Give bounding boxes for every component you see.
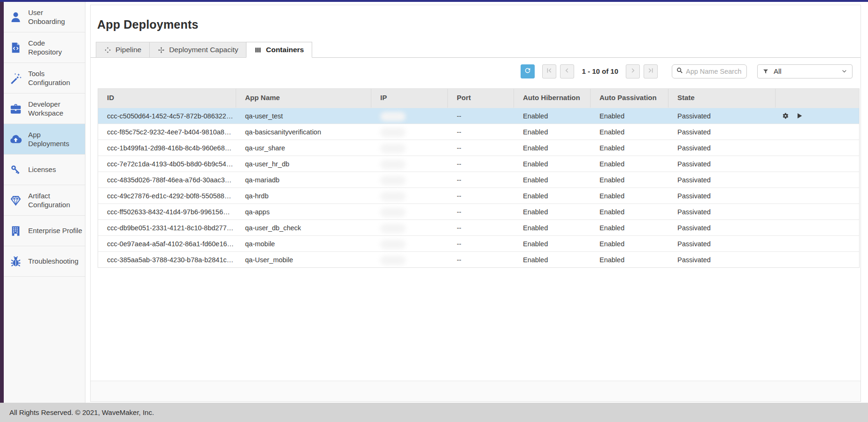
building-icon: [9, 224, 22, 237]
diamond-icon: [9, 194, 22, 207]
key-icon: [9, 163, 22, 176]
page-title: App Deployments: [97, 18, 860, 31]
first-page-icon: [545, 67, 553, 76]
sidebar-item-app-deployments[interactable]: App Deployments: [4, 124, 85, 155]
table-row[interactable]: ccc-385aa5ab-3788-4230-b78a-b2841c…qa-Us…: [98, 251, 859, 267]
sidebar-item-code-repository[interactable]: Code Repository: [4, 32, 85, 63]
cell-auto-hibernation: Enabled: [514, 108, 591, 124]
table-row[interactable]: ccc-c5050d64-1452-4c57-872b-086322…qa-us…: [98, 108, 859, 124]
cell-ip: [371, 220, 448, 235]
pipeline-icon: [104, 47, 111, 54]
cell-auto-passivation: Enabled: [591, 236, 668, 251]
cell-auto-passivation: Enabled: [591, 140, 668, 156]
sidebar-item-troubleshooting[interactable]: Troubleshooting: [4, 246, 85, 277]
cell-actions: [776, 236, 859, 251]
sidebar-item-artifact-configuration[interactable]: Artifact Configuration: [4, 185, 85, 216]
cell-app-name: qa-mariadb: [236, 172, 371, 188]
cell-port: --: [448, 156, 514, 172]
sidebar-item-enterprise-profile[interactable]: Enterprise Profile: [4, 216, 85, 246]
table-row[interactable]: ccc-1b499fa1-2d98-416b-8c4b-960e68…qa-us…: [98, 140, 859, 156]
cell-port: --: [448, 220, 514, 235]
cell-app-name: qa-basicsanityverification: [236, 124, 371, 140]
cell-ip: [371, 252, 448, 267]
sidebar-item-developer-workspace[interactable]: Developer Workspace: [4, 94, 85, 124]
table-row[interactable]: ccc-ff502633-8432-41d4-97b6-996156…qa-ap…: [98, 203, 859, 219]
column-header-ip: IP: [371, 89, 448, 108]
sidebar-item-label: Licenses: [28, 165, 56, 174]
sidebar-menu: User OnboardingCode RepositoryTools Conf…: [4, 2, 85, 403]
cell-state: Passivated: [668, 140, 776, 156]
sidebar-item-label: Troubleshooting: [28, 257, 78, 266]
cell-state: Passivated: [668, 236, 776, 251]
next-page-button[interactable]: [626, 64, 640, 78]
table-row[interactable]: ccc-7e72c1da-4193-4b05-b8d0-6b9c54…qa-us…: [98, 156, 859, 172]
table-row[interactable]: ccc-f85c75c2-9232-4ee7-b404-9810a8…qa-ba…: [98, 124, 859, 140]
sidebar-item-label: Tools Configuration: [28, 69, 70, 87]
tab-pipeline[interactable]: Pipeline: [96, 42, 150, 58]
cell-port: --: [448, 140, 514, 156]
first-page-button[interactable]: [542, 64, 556, 78]
cell-actions: [776, 204, 859, 219]
cell-auto-passivation: Enabled: [591, 172, 668, 188]
cell-id: ccc-db9be051-2331-4121-8c10-8bd277…: [98, 220, 236, 235]
sidebar-item-label: Code Repository: [28, 39, 62, 56]
cell-state: Passivated: [668, 108, 776, 124]
sidebar-item-tools-configuration[interactable]: Tools Configuration: [4, 63, 85, 94]
cell-auto-hibernation: Enabled: [514, 220, 591, 235]
tab-label: Containers: [266, 46, 304, 54]
previous-page-button[interactable]: [560, 64, 574, 78]
table-header-row: IDApp NameIPPortAuto HibernationAuto Pas…: [98, 89, 859, 108]
sidebar-item-user-onboarding[interactable]: User Onboarding: [4, 2, 85, 32]
main-content-card: App Deployments PipelineDeployment Capac…: [90, 5, 861, 402]
cell-ip: [371, 124, 448, 140]
tab-deployment-capacity[interactable]: Deployment Capacity: [149, 42, 246, 58]
last-page-button[interactable]: [644, 64, 658, 78]
column-header-state: State: [668, 89, 776, 108]
table-row[interactable]: ccc-4835d026-788f-46ea-a76d-30aac3…qa-ma…: [98, 172, 859, 188]
next-page-icon: [629, 67, 637, 76]
run-button[interactable]: [795, 112, 803, 120]
cell-state: Passivated: [668, 124, 776, 140]
cell-ip: [371, 156, 448, 172]
cell-auto-passivation: Enabled: [591, 188, 668, 203]
cell-actions: [776, 156, 859, 172]
cell-actions: [776, 220, 859, 235]
settings-button[interactable]: [781, 112, 789, 120]
cell-auto-hibernation: Enabled: [514, 236, 591, 251]
search-icon: [676, 67, 686, 76]
last-page-icon: [647, 67, 654, 76]
cell-port: --: [448, 124, 514, 140]
cell-auto-hibernation: Enabled: [514, 252, 591, 267]
cell-auto-hibernation: Enabled: [514, 124, 591, 140]
cell-auto-hibernation: Enabled: [514, 188, 591, 203]
cell-auto-hibernation: Enabled: [514, 204, 591, 219]
cell-state: Passivated: [668, 188, 776, 203]
pagination-range: 1 - 10 of 10: [582, 67, 618, 75]
briefcase-icon: [9, 102, 22, 115]
sidebar-item-label: Enterprise Profile: [28, 226, 82, 235]
cell-app-name: qa-hrdb: [236, 188, 371, 203]
bug-icon: [9, 255, 22, 268]
top-accent-line: [0, 0, 868, 2]
table-row[interactable]: ccc-49c27876-ed1c-4292-b0f8-550588…qa-hr…: [98, 188, 859, 203]
table-row[interactable]: ccc-0e97aea4-a5af-4102-86a1-fd60e16…qa-m…: [98, 235, 859, 251]
cell-port: --: [448, 252, 514, 267]
cell-ip: [371, 108, 448, 124]
filter-value: All: [774, 67, 841, 75]
cloud-upload-icon: [9, 133, 22, 146]
tab-bar: PipelineDeployment CapacityContainers: [91, 42, 860, 58]
table-body: ccc-c5050d64-1452-4c57-872b-086322…qa-us…: [98, 108, 859, 267]
sidebar-item-licenses[interactable]: Licenses: [4, 155, 85, 185]
search-input[interactable]: [686, 68, 741, 75]
refresh-button[interactable]: [521, 64, 535, 78]
tab-label: Deployment Capacity: [169, 46, 238, 54]
filter-select[interactable]: All: [757, 64, 853, 78]
cell-app-name: qa-user_db_check: [236, 220, 371, 235]
pagination: 1 - 10 of 10: [542, 64, 658, 78]
sidebar-accent-strip: [0, 2, 4, 403]
cell-app-name: qa-apps: [236, 204, 371, 219]
cell-ip: [371, 140, 448, 156]
copyright-text: All Rights Reserved. © 2021, WaveMaker, …: [9, 408, 154, 416]
tab-containers[interactable]: Containers: [246, 42, 312, 58]
table-row[interactable]: ccc-db9be051-2331-4121-8c10-8bd277…qa-us…: [98, 219, 859, 235]
